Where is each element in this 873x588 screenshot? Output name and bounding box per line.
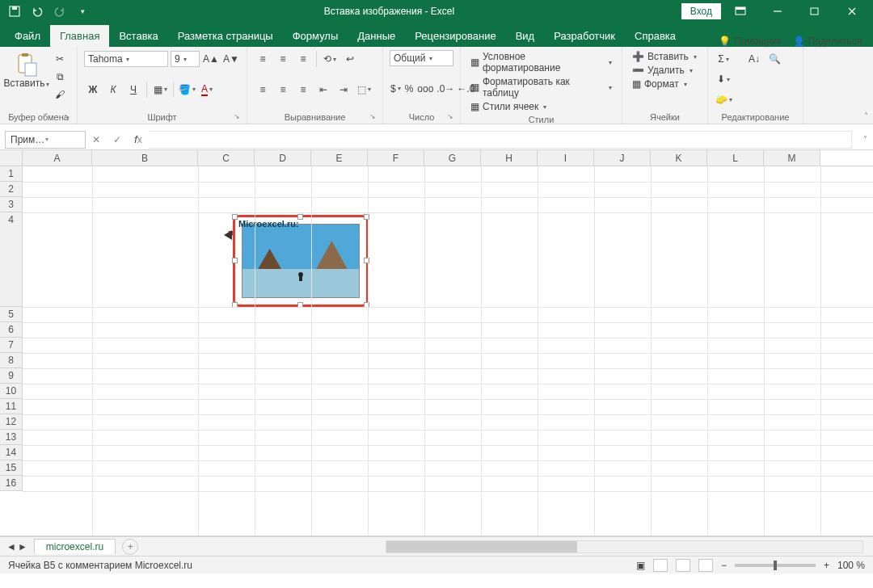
number-format-select[interactable]: Общий▾: [390, 50, 453, 66]
decrease-indent-icon[interactable]: ⇤: [314, 81, 332, 99]
name-box[interactable]: Примеча...▾: [5, 131, 86, 149]
worksheet-grid[interactable]: ABCDEFGHIJKLM 12345678910111213141516: [0, 150, 873, 536]
underline-button[interactable]: Ч: [124, 81, 142, 99]
row-header[interactable]: 15: [0, 460, 23, 476]
column-header[interactable]: L: [707, 150, 764, 166]
clear-icon[interactable]: 🧽▾: [715, 90, 732, 108]
clipboard-launcher-icon[interactable]: ↘: [64, 112, 74, 122]
fx-icon[interactable]: fx: [128, 131, 149, 149]
insert-cells-button[interactable]: ➕Вставить▾: [629, 50, 701, 63]
view-normal-icon[interactable]: [653, 559, 668, 572]
signin-button[interactable]: Вход: [681, 3, 721, 19]
format-as-table-button[interactable]: ▦Форматировать как таблицу▾: [467, 75, 615, 99]
row-header[interactable]: 10: [0, 384, 23, 399]
view-page-break-icon[interactable]: [698, 559, 713, 572]
tab-insert[interactable]: Вставка: [109, 25, 167, 47]
column-header[interactable]: C: [198, 150, 255, 166]
italic-button[interactable]: К: [104, 81, 122, 99]
cell-styles-button[interactable]: ▦Стили ячеек▾: [467, 100, 615, 113]
copy-icon[interactable]: ⧉: [49, 68, 70, 86]
autosum-icon[interactable]: Σ▾: [715, 50, 732, 68]
align-bottom-icon[interactable]: ≡: [294, 50, 312, 68]
sort-filter-icon[interactable]: A↓: [745, 50, 763, 68]
cells-area[interactable]: Microexcel.ru:: [23, 166, 873, 536]
column-header[interactable]: J: [594, 150, 651, 166]
cancel-formula-icon[interactable]: ✕: [86, 131, 107, 149]
select-all-corner[interactable]: [0, 150, 23, 166]
column-header[interactable]: I: [538, 150, 594, 166]
row-header[interactable]: 1: [0, 166, 23, 182]
font-family-select[interactable]: Tahoma▾: [84, 51, 168, 67]
expand-formula-bar-icon[interactable]: ˅: [857, 135, 873, 144]
new-sheet-button[interactable]: +: [122, 539, 138, 555]
column-header[interactable]: D: [255, 150, 311, 166]
fill-color-icon[interactable]: 🪣▾: [178, 81, 196, 99]
align-middle-icon[interactable]: ≡: [274, 50, 292, 68]
column-header[interactable]: H: [481, 150, 538, 166]
increase-font-icon[interactable]: A▲: [202, 50, 220, 68]
row-header[interactable]: 11: [0, 399, 23, 414]
row-header[interactable]: 7: [0, 338, 23, 353]
delete-cells-button[interactable]: ➖Удалить▾: [629, 64, 701, 77]
row-header[interactable]: 14: [0, 445, 23, 460]
row-header[interactable]: 5: [0, 307, 23, 322]
row-header[interactable]: 4: [0, 212, 23, 307]
zoom-in-icon[interactable]: +: [824, 560, 829, 571]
bold-button[interactable]: Ж: [84, 81, 102, 99]
align-right-icon[interactable]: ≡: [294, 81, 312, 99]
fill-icon[interactable]: ⬇▾: [715, 70, 732, 88]
font-size-select[interactable]: 9▾: [171, 51, 200, 67]
find-select-icon[interactable]: 🔍: [765, 50, 783, 68]
column-header[interactable]: B: [92, 150, 198, 166]
save-icon[interactable]: [5, 2, 24, 21]
wrap-text-icon[interactable]: ↩: [341, 50, 359, 68]
conditional-formatting-button[interactable]: ▦Условное форматирование▾: [467, 50, 615, 74]
tab-view[interactable]: Вид: [506, 25, 545, 47]
qat-customize-icon[interactable]: ▾: [73, 2, 92, 21]
format-cells-button[interactable]: ▦Формат▾: [629, 78, 701, 90]
formula-input[interactable]: [149, 131, 852, 149]
number-launcher-icon[interactable]: ↘: [447, 112, 457, 122]
tab-help[interactable]: Справка: [625, 25, 685, 47]
increase-indent-icon[interactable]: ⇥: [335, 81, 352, 99]
orientation-icon[interactable]: ⟲▾: [321, 50, 339, 68]
tab-page-layout[interactable]: Разметка страницы: [168, 25, 283, 47]
column-header[interactable]: M: [764, 150, 820, 166]
decrease-font-icon[interactable]: A▼: [222, 50, 240, 68]
column-header[interactable]: K: [651, 150, 707, 166]
comma-icon[interactable]: ооо: [416, 80, 434, 98]
maximize-icon[interactable]: [797, 0, 833, 23]
row-header[interactable]: 12: [0, 414, 23, 430]
row-header[interactable]: 9: [0, 368, 23, 384]
align-left-icon[interactable]: ≡: [254, 81, 272, 99]
currency-icon[interactable]: $▾: [390, 80, 402, 98]
borders-icon[interactable]: ▦▾: [151, 81, 169, 99]
comment-popup[interactable]: Microexcel.ru:: [233, 215, 369, 307]
redo-icon[interactable]: [50, 2, 70, 21]
row-header[interactable]: 2: [0, 182, 23, 197]
font-launcher-icon[interactable]: ↘: [234, 112, 243, 122]
format-painter-icon[interactable]: 🖌: [49, 86, 70, 103]
cut-icon[interactable]: ✂: [49, 50, 70, 68]
collapse-ribbon-icon[interactable]: ˄: [864, 111, 868, 120]
macro-record-icon[interactable]: ▣: [636, 560, 645, 571]
column-header[interactable]: A: [23, 150, 92, 166]
column-header[interactable]: E: [311, 150, 368, 166]
tab-file[interactable]: Файл: [5, 25, 50, 47]
tab-formulas[interactable]: Формулы: [283, 25, 348, 47]
undo-icon[interactable]: [27, 2, 47, 21]
tell-me-button[interactable]: 💡Помощник: [719, 36, 782, 47]
decrease-decimal-icon[interactable]: ←.0: [457, 80, 474, 98]
sheet-tab[interactable]: microexcel.ru: [34, 539, 116, 554]
row-header[interactable]: 8: [0, 353, 23, 368]
zoom-out-icon[interactable]: −: [721, 560, 727, 571]
sheet-nav-first-icon[interactable]: ◄: [6, 541, 16, 552]
increase-decimal-icon[interactable]: .0→: [436, 80, 454, 98]
sheet-nav-last-icon[interactable]: ►: [18, 541, 27, 552]
row-header[interactable]: 13: [0, 430, 23, 445]
close-icon[interactable]: [834, 0, 870, 23]
percent-icon[interactable]: %: [404, 80, 415, 98]
minimize-icon[interactable]: [760, 0, 795, 23]
align-center-icon[interactable]: ≡: [274, 81, 292, 99]
column-header[interactable]: G: [424, 150, 481, 166]
